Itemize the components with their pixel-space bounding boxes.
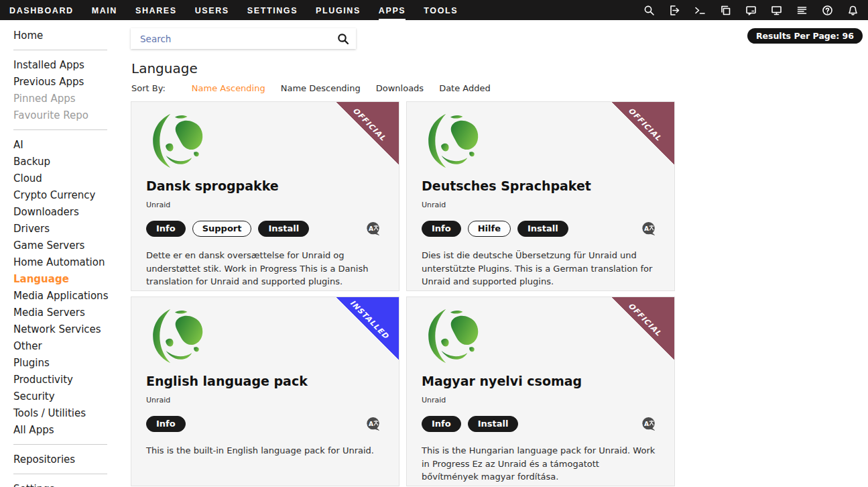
support-button[interactable]: Support bbox=[192, 221, 252, 237]
sort-bar: Sort By: Name AscendingName DescendingDo… bbox=[131, 83, 868, 93]
top-nav: DASHBOARDMAINSHARESUSERSSETTINGSPLUGINSA… bbox=[0, 0, 868, 20]
main-content: Results Per Page: 96 Language Sort By: N… bbox=[125, 20, 868, 487]
sidebar-item-downloaders[interactable]: Downloaders bbox=[0, 203, 125, 220]
translate-icon[interactable]: A bbox=[366, 221, 381, 237]
sidebar-item-installed-apps[interactable]: Installed Apps bbox=[0, 56, 125, 73]
logout-icon[interactable] bbox=[669, 5, 680, 16]
sidebar-divider bbox=[13, 50, 107, 50]
nav-item-users[interactable]: USERS bbox=[195, 0, 229, 21]
nav-item-settings[interactable]: SETTINGS bbox=[247, 0, 298, 21]
top-nav-menu: DASHBOARDMAINSHARESUSERSSETTINGSPLUGINSA… bbox=[9, 0, 458, 21]
feedback-icon[interactable] bbox=[745, 5, 757, 16]
svg-text:A: A bbox=[644, 225, 649, 231]
sidebar-item-cloud[interactable]: Cloud bbox=[0, 170, 125, 186]
sidebar-divider bbox=[13, 444, 107, 445]
info-button[interactable]: Info bbox=[146, 416, 186, 432]
sidebar-item-favourite-repo[interactable]: Favourite Repo bbox=[0, 107, 125, 123]
sidebar-item-home[interactable]: Home bbox=[0, 27, 125, 44]
nav-item-shares[interactable]: SHARES bbox=[135, 0, 177, 21]
sidebar-item-pinned-apps[interactable]: Pinned Apps bbox=[0, 90, 125, 107]
sidebar-item-tools-utilities[interactable]: Tools / Utilities bbox=[0, 404, 125, 421]
sidebar-item-plugins[interactable]: Plugins bbox=[0, 354, 125, 371]
log-icon[interactable] bbox=[796, 5, 808, 16]
sort-option-date-added[interactable]: Date Added bbox=[439, 83, 491, 93]
app-title: Deutsches Sprachpaket bbox=[422, 178, 660, 193]
page-title: Language bbox=[131, 60, 868, 76]
install-button[interactable]: Install bbox=[468, 416, 519, 432]
sort-by-label: Sort By: bbox=[131, 83, 166, 93]
globe-icon bbox=[150, 308, 206, 364]
results-per-page-badge[interactable]: Results Per Page: 96 bbox=[747, 28, 863, 44]
app-author: Unraid bbox=[146, 201, 384, 209]
sidebar-item-other[interactable]: Other bbox=[0, 337, 125, 354]
search-icon[interactable] bbox=[643, 5, 655, 16]
sidebar-item-all-apps[interactable]: All Apps bbox=[0, 421, 125, 438]
sidebar-item-backup[interactable]: Backup bbox=[0, 153, 125, 170]
sidebar-item-language[interactable]: Language bbox=[0, 270, 125, 287]
nav-item-tools[interactable]: TOOLS bbox=[424, 0, 458, 21]
nav-item-plugins[interactable]: PLUGINS bbox=[316, 0, 361, 21]
app-author: Unraid bbox=[422, 396, 660, 404]
translate-icon[interactable]: A bbox=[366, 417, 381, 432]
app-title: Magyar nyelvi csomag bbox=[422, 374, 660, 388]
sidebar-item-previous-apps[interactable]: Previous Apps bbox=[0, 73, 125, 90]
app-title: English language pack bbox=[146, 374, 384, 388]
ribbon-badge: OFFICIAL bbox=[612, 297, 674, 360]
install-button[interactable]: Install bbox=[258, 221, 309, 237]
app-card: OFFICIAL Deutsches Sprachpaket Unraid In… bbox=[406, 101, 675, 291]
sidebar-divider bbox=[13, 129, 107, 130]
app-author: Unraid bbox=[146, 396, 384, 404]
translate-icon[interactable]: A bbox=[641, 221, 657, 237]
app-author: Unraid bbox=[422, 201, 660, 209]
app-card: OFFICIAL Magyar nyelvi csomag Unraid Inf… bbox=[406, 296, 675, 486]
search-icon[interactable] bbox=[337, 33, 349, 45]
app-actions: InfoSupportInstall A bbox=[146, 221, 384, 237]
ribbon-badge: OFFICIAL bbox=[336, 102, 399, 164]
display-icon[interactable] bbox=[771, 5, 782, 16]
notifications-icon[interactable] bbox=[847, 5, 859, 16]
info-button[interactable]: Info bbox=[146, 221, 186, 237]
svg-text:A: A bbox=[369, 420, 373, 427]
app-actions: Info A bbox=[146, 416, 384, 432]
sidebar-item-security[interactable]: Security bbox=[0, 388, 125, 404]
sidebar-item-media-servers[interactable]: Media Servers bbox=[0, 304, 125, 321]
globe-icon bbox=[426, 113, 482, 169]
ribbon-label: INSTALLED bbox=[335, 296, 399, 354]
terminal-icon[interactable] bbox=[694, 5, 706, 16]
search-input[interactable] bbox=[139, 33, 337, 45]
sidebar-item-home-automation[interactable]: Home Automation bbox=[0, 254, 125, 270]
sidebar-item-network-services[interactable]: Network Services bbox=[0, 321, 125, 337]
sort-option-name-ascending[interactable]: Name Ascending bbox=[192, 83, 265, 93]
sidebar-item-productivity[interactable]: Productivity bbox=[0, 371, 125, 388]
app-description: Dies ist die deutsche Übersetzung für Un… bbox=[422, 249, 660, 288]
copy-icon[interactable] bbox=[720, 5, 731, 16]
info-button[interactable]: Info bbox=[422, 221, 461, 237]
sort-option-name-descending[interactable]: Name Descending bbox=[281, 83, 361, 93]
translate-icon[interactable]: A bbox=[641, 417, 657, 432]
app-card: OFFICIAL Dansk sprogpakke Unraid InfoSup… bbox=[131, 101, 399, 291]
help-icon[interactable] bbox=[822, 5, 833, 16]
nav-item-main[interactable]: MAIN bbox=[92, 0, 117, 21]
sidebar-item-repositories[interactable]: Repositories bbox=[0, 451, 125, 468]
sort-option-downloads[interactable]: Downloads bbox=[376, 83, 424, 93]
info-button[interactable]: Info bbox=[422, 416, 461, 432]
install-button[interactable]: Install bbox=[517, 221, 568, 237]
globe-icon bbox=[150, 113, 206, 169]
sidebar-item-crypto-currency[interactable]: Crypto Currency bbox=[0, 186, 125, 203]
app-title: Dansk sprogpakke bbox=[146, 178, 384, 193]
sidebar: HomeInstalled AppsPrevious AppsPinned Ap… bbox=[0, 20, 125, 487]
app-description: This is the Hungarian language pack for … bbox=[422, 444, 660, 484]
sidebar-item-ai[interactable]: AI bbox=[0, 136, 125, 153]
nav-item-apps[interactable]: APPS bbox=[379, 0, 406, 21]
app-card: INSTALLED English language pack Unraid I… bbox=[131, 296, 399, 486]
hilfe-button[interactable]: Hilfe bbox=[468, 221, 511, 237]
sidebar-item-media-applications[interactable]: Media Applications bbox=[0, 287, 125, 304]
nav-item-dashboard[interactable]: DASHBOARD bbox=[9, 0, 74, 21]
app-description: Dette er en dansk oversættelse for Unrai… bbox=[146, 249, 384, 288]
ribbon-badge: INSTALLED bbox=[336, 297, 399, 360]
sidebar-item-settings[interactable]: Settings bbox=[0, 480, 125, 487]
sidebar-divider bbox=[13, 474, 107, 474]
sidebar-item-game-servers[interactable]: Game Servers bbox=[0, 237, 125, 254]
sidebar-item-drivers[interactable]: Drivers bbox=[0, 220, 125, 237]
app-actions: InfoHilfeInstall A bbox=[422, 221, 660, 237]
